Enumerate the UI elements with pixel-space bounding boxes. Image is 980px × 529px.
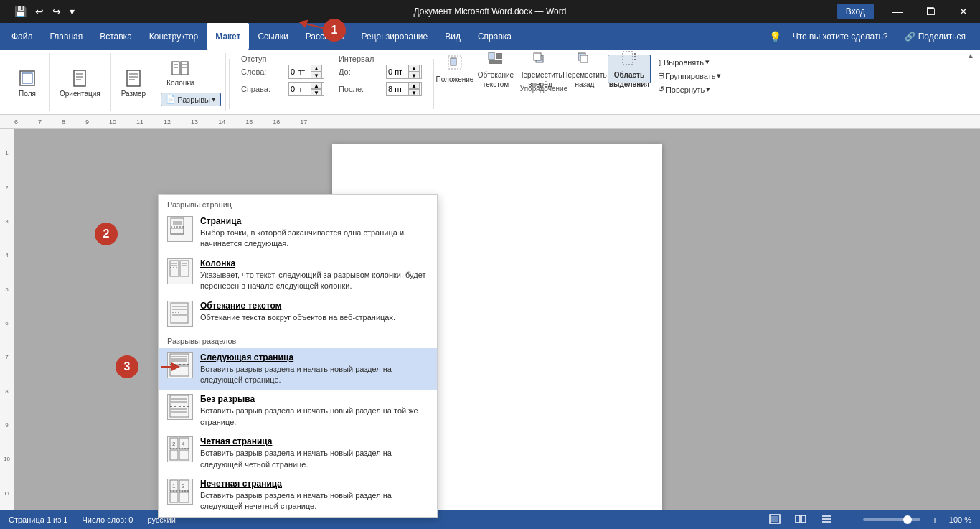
title-bar: 💾 ↩ ↪ ▾ Документ Microsoft Word.docx — W… <box>0 0 980 23</box>
minimize-button[interactable]: — <box>881 0 914 23</box>
breaks-dropdown-icon: ▾ <box>212 95 216 104</box>
group-icon: ⊞ <box>658 71 664 80</box>
columns-label: Колонки <box>166 79 194 87</box>
interval-after-value: 8 пт <box>388 85 408 93</box>
break-textwrap-item[interactable]: Обтекание текстом Обтекание текста вокру… <box>159 296 437 331</box>
annotation-number-3: 3 <box>116 355 138 378</box>
tab-home[interactable]: Главная <box>42 23 92 50</box>
break-evenpage-item[interactable]: 2 4 Четная страница Вставить разрыв разд… <box>159 432 437 474</box>
indent-right-row: Справа: 0 пт ▲ ▼ <box>241 82 324 96</box>
status-bar: Страница 1 из 1 Число слов: 0 русский − <box>0 510 980 529</box>
outline-view[interactable] <box>818 512 835 528</box>
indent-right-up[interactable]: ▲ <box>311 82 322 89</box>
tell-me-button[interactable]: Что вы хотите сделать? <box>787 29 894 45</box>
redo-button[interactable]: ↪ <box>50 4 64 19</box>
zoom-out-button[interactable]: − <box>844 513 855 527</box>
tab-help[interactable]: Справка <box>469 23 520 50</box>
ribbon-tabs: Файл Главная Вставка Конструктор Макет С… <box>0 23 980 50</box>
fields-button[interactable]: Поля <box>10 64 44 100</box>
login-button[interactable]: Вход <box>837 4 874 19</box>
share-button[interactable]: 🔗 Поделиться <box>899 29 971 45</box>
wrap-text-button[interactable]: Обтекание текстом <box>474 55 517 83</box>
break-page-item[interactable]: Страница Выбор точки, в которой заканчив… <box>159 212 437 254</box>
move-back-button[interactable]: Переместить назад <box>563 55 606 83</box>
rotate-button[interactable]: ↺ Повернуть ▾ <box>654 83 726 95</box>
breaks-button[interactable]: 📄 Разрывы ▾ <box>161 93 221 106</box>
indent-left-up[interactable]: ▲ <box>311 65 322 72</box>
tab-insert[interactable]: Вставка <box>91 23 141 50</box>
zoom-in-button[interactable]: + <box>929 513 941 527</box>
indent-right-label: Справа: <box>241 85 284 93</box>
tab-references[interactable]: Ссылки <box>249 23 296 50</box>
save-button[interactable]: 💾 <box>11 4 29 19</box>
orientation-button[interactable]: Ориентация <box>54 64 106 100</box>
move-forward-button[interactable]: Переместить вперёд <box>519 55 562 83</box>
indent-left-input[interactable]: 0 пт ▲ ▼ <box>288 65 324 79</box>
tab-file[interactable]: Файл <box>3 23 42 50</box>
indent-right-input[interactable]: 0 пт ▲ ▼ <box>288 82 324 96</box>
selection-area-button[interactable]: Область выделения <box>608 55 651 83</box>
indent-left-value: 0 пт <box>291 67 311 76</box>
interval-after-label: После: <box>339 85 382 93</box>
indent-right-value: 0 пт <box>291 85 311 93</box>
status-right-area: − + 100 % <box>766 512 971 528</box>
ruler-mark-4: 4 <box>5 238 8 272</box>
svg-rect-64 <box>170 450 178 460</box>
qs-dropdown-button[interactable]: ▾ <box>67 4 77 19</box>
tab-layout[interactable]: Макет <box>207 23 249 50</box>
columns-button[interactable]: Колонки <box>161 56 199 90</box>
interval-before-down[interactable]: ▼ <box>408 72 420 79</box>
print-layout-view[interactable] <box>766 512 783 528</box>
indent-right-down[interactable]: ▼ <box>311 89 322 96</box>
annotation-3-area: 3 <box>116 355 178 378</box>
size-button[interactable]: Размер <box>116 64 151 100</box>
svg-rect-15 <box>182 67 187 68</box>
interval-before-input[interactable]: 0 пт ▲ ▼ <box>386 65 422 79</box>
annotation-number-2: 2 <box>95 223 118 245</box>
svg-rect-13 <box>174 67 178 68</box>
tab-design[interactable]: Конструктор <box>141 23 207 50</box>
svg-rect-25 <box>534 53 541 60</box>
maximize-button[interactable]: ⧠ <box>914 0 947 23</box>
toolbar-collapse-button[interactable]: ▲ <box>967 52 974 60</box>
svg-rect-6 <box>127 70 140 86</box>
break-nextpage-text: Следующая страница Вставить разрыв разде… <box>200 352 428 386</box>
svg-rect-79 <box>796 515 800 523</box>
ruler-mark-5: 5 <box>5 272 8 306</box>
position-label: Положение <box>436 75 474 83</box>
align-icon: ⫿ <box>658 58 662 67</box>
toolbar-group-size: Размер <box>111 53 156 111</box>
ruler-mark-3: 3 <box>5 205 8 238</box>
rotate-dropdown-icon: ▾ <box>706 85 710 94</box>
undo-button[interactable]: ↩ <box>32 4 47 19</box>
break-continuous-icon <box>167 394 193 420</box>
interval-before-row: До: 0 пт ▲ ▼ <box>339 65 422 79</box>
group-button[interactable]: ⊞ Группировать ▾ <box>654 70 726 82</box>
svg-text:1: 1 <box>172 483 176 490</box>
break-column-item[interactable]: Колонка Указывает, что текст, следующий … <box>159 254 437 296</box>
svg-rect-14 <box>182 64 187 65</box>
svg-rect-44 <box>171 303 188 323</box>
web-layout-view[interactable] <box>792 512 809 528</box>
zoom-slider[interactable] <box>863 518 920 521</box>
quick-access-toolbar: 💾 ↩ ↪ ▾ <box>6 4 83 19</box>
interval-after-down[interactable]: ▼ <box>408 89 420 96</box>
break-evenpage-text: Четная страница Вставить разрыв раздела … <box>200 436 428 470</box>
close-button[interactable]: ✕ <box>947 0 980 23</box>
break-column-icon <box>167 258 193 284</box>
page-status: Страница 1 из 1 <box>9 515 67 524</box>
tab-view[interactable]: Вид <box>436 23 469 50</box>
svg-rect-71 <box>170 492 178 502</box>
break-nextpage-item[interactable]: 3 <box>159 348 437 390</box>
align-button[interactable]: ⫿ Выровнять ▾ <box>654 56 726 68</box>
indent-left-row: Слева: 0 пт ▲ ▼ <box>241 65 324 79</box>
break-oddpage-item[interactable]: 1 3 Нечетная страница Вставить разрыв ра… <box>159 474 437 517</box>
interval-after-input[interactable]: 8 пт ▲ ▼ <box>386 82 422 96</box>
break-page-icon <box>167 216 193 242</box>
position-button[interactable]: Положение <box>437 55 473 83</box>
wrap-text-icon <box>488 50 504 70</box>
indent-left-down[interactable]: ▼ <box>311 72 322 79</box>
interval-after-up[interactable]: ▲ <box>408 82 420 89</box>
interval-before-up[interactable]: ▲ <box>408 65 420 72</box>
break-continuous-item[interactable]: Без разрыва Вставить разрыв раздела и на… <box>159 390 437 432</box>
